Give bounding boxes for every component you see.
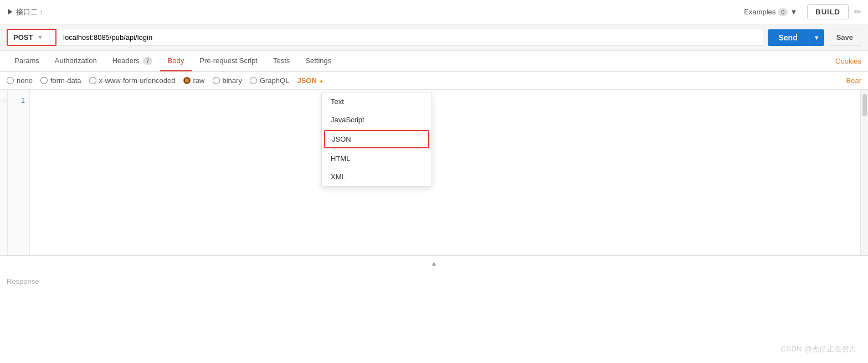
radio-form-data[interactable]: form-data <box>40 76 81 85</box>
gutter-symbol-1: ○○ <box>0 95 7 106</box>
cookies-link[interactable]: Cookies <box>835 57 861 65</box>
tab-headers[interactable]: Headers 7 <box>105 51 160 71</box>
raw-type-dropdown: Text JavaScript JSON HTML XML <box>321 92 432 186</box>
breadcrumb: ▶ 接口二： <box>7 7 45 17</box>
url-input[interactable] <box>57 29 763 46</box>
expand-icon[interactable]: ▲ <box>431 260 438 267</box>
response-label: Response <box>7 277 39 286</box>
send-arrow-button[interactable]: ▼ <box>809 29 824 46</box>
dropdown-item-javascript[interactable]: JavaScript <box>322 111 432 129</box>
editor-left-gutter: ○○ <box>0 90 8 255</box>
tab-settings[interactable]: Settings <box>297 51 339 71</box>
tab-body[interactable]: Body <box>160 51 192 71</box>
save-button[interactable]: Save <box>829 29 861 46</box>
bear-link[interactable]: Bear <box>846 76 861 85</box>
json-label: JSON <box>297 76 316 85</box>
tab-tests[interactable]: Tests <box>265 51 297 71</box>
chevron-down-icon: ▼ <box>790 8 797 16</box>
scroll-thumb <box>862 94 867 116</box>
examples-label: Examples <box>744 8 775 16</box>
top-bar-actions: Examples 0 ▼ BUILD ✏ <box>739 4 861 19</box>
tab-authorization[interactable]: Authorization <box>47 51 105 71</box>
dropdown-item-text[interactable]: Text <box>322 92 432 111</box>
dropdown-item-json[interactable]: JSON <box>324 130 429 148</box>
breadcrumb-area: ▶ 接口二： <box>7 7 45 17</box>
radio-urlencoded[interactable]: x-www-form-urlencoded <box>89 76 176 85</box>
editor-content[interactable] <box>30 90 860 255</box>
tab-pre-request-script[interactable]: Pre-request Script <box>192 51 265 71</box>
expand-bar: ▲ <box>0 256 868 271</box>
edit-icon-button[interactable]: ✏ <box>854 7 861 17</box>
dropdown-item-xml[interactable]: XML <box>322 168 432 186</box>
examples-button[interactable]: Examples 0 ▼ <box>739 6 802 18</box>
radio-binary[interactable]: binary <box>213 76 242 85</box>
url-bar: POST ▼ Send ▼ Save <box>0 24 868 51</box>
editor-scrollbar[interactable] <box>860 90 868 255</box>
tabs-right: Cookies <box>835 57 861 65</box>
tabs-left: Params Authorization Headers 7 Body Pre-… <box>7 51 339 71</box>
radio-graphql[interactable]: GraphQL <box>250 76 289 85</box>
up-arrow-icon: ▲ <box>319 78 324 84</box>
tabs-bar: Params Authorization Headers 7 Body Pre-… <box>0 51 868 72</box>
top-bar: ▶ 接口二： Examples 0 ▼ BUILD ✏ <box>0 0 868 24</box>
send-button[interactable]: Send <box>768 29 809 46</box>
send-btn-group: Send ▼ <box>768 29 824 46</box>
examples-count: 0 <box>778 8 788 16</box>
editor-area: ○○ 1 <box>0 90 868 256</box>
radio-none[interactable]: none <box>7 76 33 85</box>
response-area: Response <box>0 271 868 304</box>
method-select[interactable]: POST ▼ <box>7 29 57 46</box>
headers-badge: 7 <box>143 57 152 65</box>
body-options-bar: none form-data x-www-form-urlencoded raw… <box>0 72 868 90</box>
radio-raw[interactable]: raw <box>183 76 205 85</box>
method-arrow: ▼ <box>37 34 43 40</box>
json-dropdown[interactable]: JSON ▲ <box>297 76 323 85</box>
method-label: POST <box>13 33 33 42</box>
dropdown-item-html[interactable]: HTML <box>322 149 432 168</box>
line-numbers: 1 <box>8 90 30 255</box>
tab-params[interactable]: Params <box>7 51 47 71</box>
line-number-1: 1 <box>8 95 29 106</box>
send-chevron-icon: ▼ <box>814 34 820 41</box>
build-button[interactable]: BUILD <box>807 4 849 19</box>
body-options-left: none form-data x-www-form-urlencoded raw… <box>7 76 324 85</box>
